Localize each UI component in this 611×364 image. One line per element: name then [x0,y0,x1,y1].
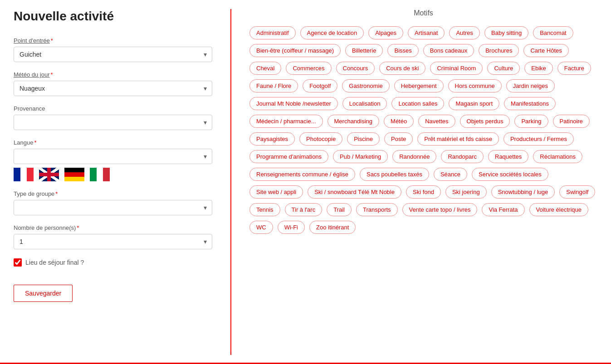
point-entree-field: Point d'entrée* Guichet En ligne Télépho… [14,37,212,62]
tag-producteurs---fermes[interactable]: Producteurs / Fermes [503,132,574,146]
tag-via-ferrata[interactable]: Via Ferrata [482,203,524,216]
flag-french[interactable] [14,168,34,181]
tag-r-clamations[interactable]: Réclamations [533,150,582,163]
tag-agence-de-location[interactable]: Agence de location [300,26,364,39]
tag-snowtubbing---luge[interactable]: Snowtubbing / luge [491,185,555,199]
tag-parking[interactable]: Parking [514,115,548,128]
type-groupe-select[interactable]: Famille Couple Solo Groupe [14,200,212,215]
tag-transports[interactable]: Transports [356,203,398,216]
flags-row [14,168,212,181]
flag-italian[interactable] [90,168,110,181]
save-button[interactable]: Sauvegarder [14,285,73,302]
meteo-label: Météo du jour* [14,71,212,78]
tag-zoo-itin-rant[interactable]: Zoo itinérant [309,221,356,234]
provenance-select-wrapper [14,115,212,130]
lieu-sejour-checkbox[interactable] [14,258,22,267]
tag-trail[interactable]: Trail [327,203,352,216]
meteo-field: Météo du jour* Nuageux Ensoleillé Pluvie… [14,71,212,96]
tag-footgolf[interactable]: Footgolf [303,79,337,92]
tag-carte-h-tes[interactable]: Carte Hôtes [523,44,568,57]
tag-cours-de-ski[interactable]: Cours de ski [379,62,425,75]
tag-culture[interactable]: Culture [487,62,520,75]
type-groupe-field: Type de groupe* Famille Couple Solo Grou… [14,190,212,215]
tag-navettes[interactable]: Navettes [418,115,455,128]
nombre-personnes-label: Nombre de personne(s)* [14,224,212,231]
meteo-select[interactable]: Nuageux Ensoleillé Pluvieux Neigeux [14,81,212,96]
tag-ski---snowboard-t-l--mt-noble[interactable]: Ski / snowboard Télé Mt Noble [308,185,401,199]
tag-patinoire[interactable]: Patinoire [553,115,590,128]
provenance-select[interactable] [14,115,212,130]
tag-vente-carte-topo---livres[interactable]: Vente carte topo / livres [402,203,478,216]
tag-tir---l-arc[interactable]: Tir à l'arc [285,203,323,216]
tag-baby-sitting[interactable]: Baby sitting [484,26,528,39]
tag-tennis[interactable]: Tennis [249,203,280,216]
tag-renseignements-commune----glise[interactable]: Renseignements commune / église [249,168,355,181]
nombre-personnes-field: Nombre de personne(s)* 1 2 3 4 5 [14,224,212,249]
tag-commerces[interactable]: Commerces [286,62,331,75]
tag-merchandising[interactable]: Merchandising [327,115,380,128]
tag-cheval[interactable]: Cheval [249,62,281,75]
tag-voiture--lectrique[interactable]: Voiture électrique [529,203,588,216]
tag-s-ance[interactable]: Séance [434,168,467,181]
right-panel: Motifs AdministratifAgence de locationAl… [231,9,597,355]
tag-photocopie[interactable]: Photocopie [299,132,342,146]
tag-criminal-room[interactable]: Criminal Room [430,62,483,75]
tag-ski-fond[interactable]: Ski fond [406,185,441,199]
tag-manifestations[interactable]: Manifestations [504,97,556,110]
tag-bancomat[interactable]: Bancomat [533,26,573,39]
tag-localisation[interactable]: Localisation [342,97,387,110]
tag-raquettes[interactable]: Raquettes [488,150,528,163]
tag-hors-commune[interactable]: Hors commune [448,79,502,92]
tag-piscine[interactable]: Piscine [347,132,380,146]
tag-concours[interactable]: Concours [336,62,375,75]
tag-journal-mt-noble--newsletter[interactable]: Journal Mt Noble /newsletter [249,97,338,110]
nombre-personnes-select-wrapper: 1 2 3 4 5 [14,234,212,249]
type-groupe-label: Type de groupe* [14,190,212,197]
motifs-title: Motifs [249,9,597,17]
tag-hebergement[interactable]: Hebergement [394,79,444,92]
tag-wc[interactable]: WC [249,221,273,234]
tag-bisses[interactable]: Bisses [387,44,418,57]
tag-alpages[interactable]: Alpages [368,26,403,39]
tag-sacs-poubelles-tax-s[interactable]: Sacs poubelles taxés [360,168,429,181]
tags-container: AdministratifAgence de locationAlpagesAr… [249,26,597,234]
tag-bons-cadeaux[interactable]: Bons cadeaux [423,44,474,57]
tag-poste[interactable]: Poste [384,132,413,146]
point-entree-label: Point d'entrée* [14,37,212,44]
tag-paysagistes[interactable]: Paysagistes [249,132,295,146]
tag-m-t-o[interactable]: Météo [384,115,414,128]
langue-label: Langue* [14,139,212,146]
tag-ebike[interactable]: Ebike [524,62,553,75]
provenance-field: Provenance [14,105,212,130]
langue-select[interactable]: Français Anglais Allemand Italien [14,149,212,164]
flag-german[interactable] [64,168,84,181]
tag-swingolf[interactable]: Swingolf [559,185,595,199]
tag-site-web---appli[interactable]: Site web / appli [249,185,303,199]
tag-administratif[interactable]: Administratif [249,26,296,39]
tag-bien--tre--coiffeur---massage-[interactable]: Bien-être (coiffeur / massage) [249,44,341,57]
tag-gastronomie[interactable]: Gastronomie [342,79,389,92]
tag-artisanat[interactable]: Artisanat [408,26,445,39]
tag-autres[interactable]: Autres [449,26,480,39]
page-title: Nouvelle activité [14,9,212,24]
point-entree-select[interactable]: Guichet En ligne Téléphone [14,47,212,62]
tag-facture[interactable]: Facture [557,62,591,75]
tag-jardin-neiges[interactable]: Jardin neiges [506,79,555,92]
tag-randoparc[interactable]: Randoparc [441,150,484,163]
tag-faune---flore[interactable]: Faune / Flore [249,79,298,92]
tag-m-decin---pharmacie---[interactable]: Médecin / pharmacie... [249,115,323,128]
tag-magasin-sport[interactable]: Magasin sport [449,97,499,110]
tag-location-salles[interactable]: Location salles [391,97,444,110]
tag-programme-d-animations[interactable]: Programme d'animations [249,150,328,163]
tag-ski-joering[interactable]: Ski joering [445,185,487,199]
tag-service-soci-t-s-locales[interactable]: Service sociétés locales [472,168,548,181]
tag-randonn-e[interactable]: Randonnée [392,150,436,163]
nombre-personnes-select[interactable]: 1 2 3 4 5 [14,234,212,249]
tag-pr-t-mat-riel-et-fds-caisse[interactable]: Prêt matériel et fds caisse [417,132,499,146]
tag-billetterie[interactable]: Billetterie [345,44,383,57]
tag-pub---marketing[interactable]: Pub / Marketing [333,150,388,163]
tag-brochures[interactable]: Brochures [479,44,519,57]
flag-english[interactable] [39,168,59,181]
tag-objets-perdus[interactable]: Objets perdus [460,115,510,128]
tag-wi-fi[interactable]: Wi-Fi [278,221,305,234]
